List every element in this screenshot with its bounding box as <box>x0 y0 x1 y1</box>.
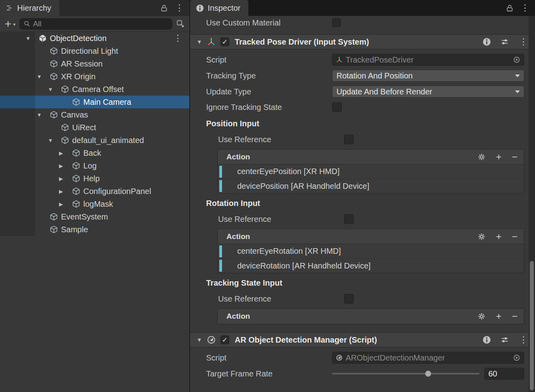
binding-row[interactable]: centerEyePosition [XR HMD] <box>218 165 524 179</box>
dropdown-value: Rotation And Position <box>336 71 413 80</box>
hierarchy-icon <box>6 4 14 12</box>
ignore-tracking-state-row: Ignore Tracking State <box>190 100 535 115</box>
gear-icon[interactable] <box>478 312 486 320</box>
gameobject-icon <box>72 174 81 183</box>
tree-row[interactable]: ▶ logMask <box>0 198 189 210</box>
use-custom-material-checkbox[interactable] <box>332 18 341 27</box>
script-row: Script ARObjectDetectionManager <box>190 350 535 366</box>
foldout-open-icon[interactable]: ▼ <box>48 138 61 143</box>
component-menu-icon[interactable]: ⋮ <box>518 335 529 344</box>
binding-label: centerEyePosition [XR HMD] <box>237 167 340 176</box>
gameobject-icon <box>72 161 81 170</box>
foldout-open-icon[interactable]: ▼ <box>26 36 38 41</box>
action-header: Action + − <box>218 229 524 244</box>
hierarchy-search-box[interactable] <box>20 18 172 29</box>
tracking-type-dropdown[interactable]: Rotation And Position <box>332 70 524 82</box>
tree-row[interactable]: ▶ Back <box>0 147 189 159</box>
lock-icon[interactable] <box>160 4 168 12</box>
tree-row[interactable]: ▼ Canvas <box>0 108 189 121</box>
update-type-row: Update Type Update And Before Render <box>190 84 535 100</box>
tracked-pose-driver-icon <box>207 37 216 47</box>
tree-row[interactable]: ▶ ConfigurationPanel <box>0 185 189 198</box>
add-binding-icon[interactable]: + <box>496 152 502 162</box>
foldout-closed-icon[interactable]: ▶ <box>59 163 72 169</box>
use-reference-checkbox[interactable] <box>344 294 354 304</box>
hierarchy-panel: Hierarchy ⋮ + ▾ ▼ ObjectDetection ⋮ Dire… <box>0 0 189 392</box>
binding-row[interactable]: centerEyeRotation [XR HMD] <box>218 244 524 259</box>
slider-thumb[interactable] <box>425 370 431 377</box>
tree-row[interactable]: ▶ Log <box>0 159 189 172</box>
hierarchy-toolbar: + ▾ <box>0 16 189 32</box>
target-frame-rate-field[interactable] <box>484 368 524 380</box>
script-object-field[interactable]: TrackedPoseDriver <box>332 54 524 66</box>
tree-row-scene[interactable]: ▼ ObjectDetection ⋮ <box>0 32 189 45</box>
remove-binding-icon[interactable]: − <box>512 312 517 321</box>
tree-item-label: XR Origin <box>61 72 96 81</box>
script-object-field[interactable]: ARObjectDetectionManager <box>332 352 524 364</box>
target-frame-rate-slider[interactable] <box>332 373 480 374</box>
component-menu-icon[interactable]: ⋮ <box>518 37 529 46</box>
object-picker-icon[interactable] <box>513 56 521 64</box>
pick-object-icon[interactable] <box>176 20 185 28</box>
tree-row-selected[interactable]: Main Camera <box>0 96 189 108</box>
foldout-open-icon[interactable]: ▼ <box>197 39 202 45</box>
remove-binding-icon[interactable]: − <box>512 232 517 241</box>
component-enabled-checkbox[interactable]: ✓ <box>220 37 229 46</box>
gear-icon[interactable] <box>478 233 486 241</box>
object-picker-icon[interactable] <box>513 354 521 362</box>
foldout-closed-icon[interactable]: ▶ <box>59 202 72 207</box>
add-binding-icon[interactable]: + <box>496 232 502 241</box>
create-object-button[interactable]: + ▾ <box>5 18 16 29</box>
tree-row[interactable]: AR Session <box>0 57 189 70</box>
presets-icon[interactable] <box>501 336 509 344</box>
scrollbar-thumb[interactable] <box>530 261 534 390</box>
add-binding-icon[interactable]: + <box>496 312 502 321</box>
tree-row[interactable]: Sample <box>0 223 189 236</box>
tree-row[interactable]: EventSystem <box>0 210 189 223</box>
search-input[interactable] <box>33 20 168 28</box>
action-header: Action + − <box>218 309 524 324</box>
chevron-down-icon <box>515 74 520 77</box>
help-icon[interactable] <box>482 335 491 344</box>
foldout-closed-icon[interactable]: ▶ <box>59 151 72 156</box>
gameobject-icon <box>49 110 58 119</box>
component-header-tracked-pose-driver[interactable]: ▼ ✓ Tracked Pose Driver (Input System) ⋮ <box>190 34 535 49</box>
foldout-open-icon[interactable]: ▼ <box>197 337 202 343</box>
tracking-state-input-header: Tracking State Input <box>190 274 535 292</box>
tab-hierarchy[interactable]: Hierarchy <box>0 0 59 16</box>
component-enabled-checkbox[interactable]: ✓ <box>220 335 229 344</box>
script-row: Script TrackedPoseDriver <box>190 52 535 68</box>
foldout-closed-icon[interactable]: ▶ <box>59 176 72 181</box>
binding-row[interactable]: devicePosition [AR Handheld Device] <box>218 179 524 193</box>
tree-item-label: Camera Offset <box>72 85 124 94</box>
lock-icon[interactable] <box>506 4 513 12</box>
tree-row[interactable]: Directional Light <box>0 45 189 57</box>
component-title: AR Object Detection Manager (Script) <box>235 335 377 345</box>
foldout-open-icon[interactable]: ▼ <box>37 112 49 118</box>
hierarchy-menu-icon[interactable]: ⋮ <box>174 4 185 12</box>
tree-row[interactable]: ▼ default_ui_animated <box>0 134 189 147</box>
gear-icon[interactable] <box>478 153 486 161</box>
use-reference-checkbox[interactable] <box>344 135 354 144</box>
presets-icon[interactable] <box>501 38 509 46</box>
update-type-dropdown[interactable]: Update And Before Render <box>332 86 524 98</box>
inspector-menu-icon[interactable]: ⋮ <box>520 4 530 12</box>
tree-item-label: Back <box>83 149 101 158</box>
binding-row[interactable]: deviceRotation [AR Handheld Device] <box>218 259 524 273</box>
tree-row[interactable]: ▶ Help <box>0 172 189 185</box>
tree-row[interactable]: ▼ Camera Offset <box>0 83 189 96</box>
scene-menu-icon[interactable]: ⋮ <box>173 34 183 43</box>
inspector-scrollbar[interactable] <box>529 16 535 392</box>
help-icon[interactable] <box>482 37 491 46</box>
foldout-open-icon[interactable]: ▼ <box>48 87 61 92</box>
remove-binding-icon[interactable]: − <box>512 152 517 162</box>
ignore-tracking-state-checkbox[interactable] <box>332 102 342 112</box>
tree-row[interactable]: ▼ XR Origin <box>0 70 189 83</box>
foldout-open-icon[interactable]: ▼ <box>37 74 49 79</box>
foldout-closed-icon[interactable]: ▶ <box>59 189 72 194</box>
position-input-header: Position Input <box>190 115 535 132</box>
component-header-ar-object-detection-manager[interactable]: ▼ ✓ AR Object Detection Manager (Script)… <box>190 332 535 347</box>
tree-row[interactable]: UiRect <box>0 121 189 134</box>
use-reference-checkbox[interactable] <box>344 214 354 224</box>
tab-inspector[interactable]: Inspector <box>190 0 248 16</box>
